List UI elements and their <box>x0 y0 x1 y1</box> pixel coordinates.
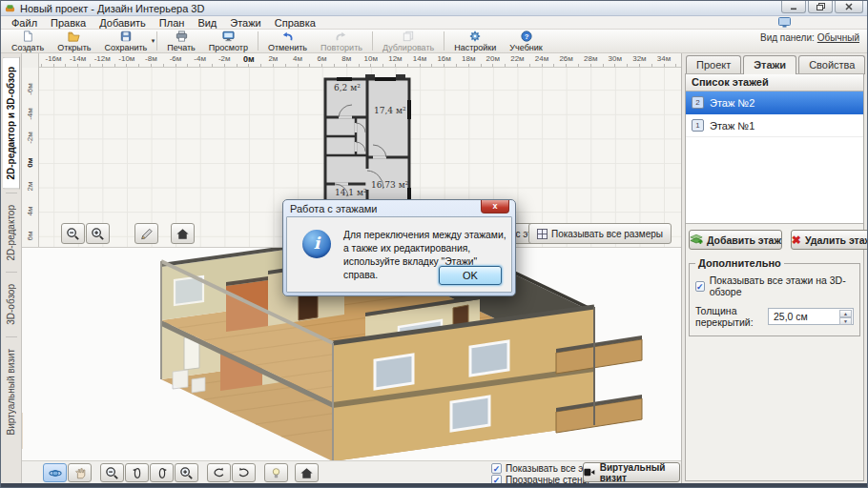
floor-1-icon: 1 <box>692 119 704 132</box>
add-floor-button[interactable]: Добавить этаж <box>689 230 782 250</box>
tilt-right-button[interactable] <box>150 463 174 482</box>
zoom-in-icon <box>179 466 194 480</box>
tab-separator <box>6 272 17 273</box>
restore-icon <box>816 3 825 10</box>
ruler-tick-label: -2м <box>26 131 34 146</box>
ruler-tick-label: -4м <box>194 54 206 63</box>
floor-list-item[interactable]: 1 Этаж №1 <box>686 114 863 137</box>
window-title: Новый проект - Дизайн Интерьера 3D <box>20 3 204 14</box>
virtual-visit-button[interactable]: Виртуальный визит <box>583 462 680 482</box>
save-project-button[interactable]: Сохранить ▾ <box>98 30 155 52</box>
open-project-button[interactable]: Открыть <box>51 30 97 52</box>
rotate-cw-button[interactable] <box>232 463 256 482</box>
room-area-label: 14,1 м² <box>335 188 367 197</box>
ruler-tick-label: -6м <box>170 54 182 63</box>
dialog-titlebar[interactable]: Работа с этажами <box>286 200 512 216</box>
menu-floors[interactable]: Этажи <box>223 17 267 29</box>
svg-text:?: ? <box>524 32 528 41</box>
horizontal-ruler: -16м-14м-12м-10м-8м-6м-4м-2м0м2м4м6м8м10… <box>22 53 681 68</box>
menu-view[interactable]: Вид <box>191 17 223 29</box>
tab-2d-and-3d[interactable]: 2D-редактор и 3D-обзор <box>3 57 20 190</box>
view-panel-value[interactable]: Обычный <box>817 32 859 43</box>
floor-list-item[interactable]: 2 Этаж №2 <box>686 92 863 114</box>
preview-button[interactable]: Просмотр <box>202 30 255 52</box>
2d-home-button[interactable] <box>171 223 195 244</box>
2d-zoom-in-button[interactable] <box>86 223 110 244</box>
tutorial-button[interactable]: ? Учебник <box>503 30 548 52</box>
orbit-rotate-icon <box>48 466 63 480</box>
light-button[interactable] <box>264 463 288 482</box>
ruler-tick-label: 4м <box>293 54 302 63</box>
help-question-icon: ? <box>520 30 533 42</box>
ruler-tick-label: 12м <box>388 54 402 63</box>
zoom-in-icon <box>91 227 105 241</box>
dialog-ok-button[interactable]: OK <box>439 266 502 285</box>
window-bottom-edge <box>1 483 867 487</box>
save-dropdown-caret[interactable]: ▾ <box>152 37 155 45</box>
ruler-tick-label: 2м <box>26 179 34 194</box>
tab-virtual-visit[interactable]: Виртуальный визит <box>3 340 19 444</box>
orbit-button[interactable] <box>43 463 67 482</box>
new-project-button[interactable]: Создать <box>5 30 51 52</box>
ruler-tick-label: -8м <box>145 54 157 63</box>
ruler-tick-label: 22м <box>510 54 524 63</box>
tab-floors[interactable]: Этажи <box>743 55 796 74</box>
menu-file[interactable]: Файл <box>5 17 44 29</box>
view-panel-label: Вид панели: <box>760 32 815 43</box>
rotate-ccw-button[interactable] <box>207 463 231 482</box>
delete-x-icon: ✖ <box>792 235 801 245</box>
3d-toolbar: ✓ Показывать все этажи ✓ Прозрачные стен… <box>22 460 681 483</box>
room-area-label: 6,2 м² <box>334 83 361 92</box>
tab-properties[interactable]: Свойства <box>798 55 865 74</box>
rotate-ccw-icon <box>212 466 226 479</box>
thickness-spinner[interactable]: 25,0 см ▲ ▼ <box>768 308 854 325</box>
undo-arrow-icon <box>280 30 295 42</box>
spin-down-icon[interactable]: ▼ <box>839 317 852 325</box>
restore-button[interactable] <box>808 1 833 13</box>
floors-panel: Список этажей 2 Этаж №2 1 Этаж №1 <box>685 73 864 481</box>
measure-pencil-button[interactable] <box>134 223 158 244</box>
floor-2-icon: 2 <box>692 96 704 109</box>
rotate-cw-icon <box>237 466 251 479</box>
pencil-icon <box>139 227 154 241</box>
ruler-tick-label: 24м <box>535 54 548 63</box>
checkbox-checked-icon[interactable]: ✓ <box>491 463 502 474</box>
floor-list[interactable]: 2 Этаж №2 1 Этаж №1 <box>686 92 863 224</box>
3d-zoom-out-button[interactable] <box>100 463 124 482</box>
info-icon: i <box>302 230 331 258</box>
tab-project[interactable]: Проект <box>686 55 741 74</box>
checkbox-checked-icon[interactable]: ✓ <box>695 281 705 292</box>
3d-zoom-in-button[interactable] <box>175 463 198 482</box>
ruler-tick-label: 6м <box>318 54 327 63</box>
new-document-icon <box>21 30 34 42</box>
menu-plan[interactable]: План <box>153 17 192 29</box>
settings-button[interactable]: Настройки <box>447 30 503 52</box>
show-all-sizes-button[interactable]: Показывать все размеры <box>528 223 672 244</box>
view-panel-selector[interactable]: Вид панели:Обычный <box>760 32 859 43</box>
dimensions-grid-icon <box>537 229 548 239</box>
spin-up-icon[interactable]: ▲ <box>839 310 852 317</box>
close-button[interactable] <box>835 1 863 13</box>
menu-add[interactable]: Добавить <box>93 17 153 29</box>
menu-edit[interactable]: Правка <box>44 17 93 29</box>
fullscreen-monitor-icon[interactable] <box>778 17 791 28</box>
duplicate-button[interactable]: Дублировать <box>376 30 441 52</box>
ruler-tick-label: -2м <box>218 54 231 63</box>
menu-help[interactable]: Справка <box>268 17 322 29</box>
show-all-floors-3d-checkbox[interactable]: ✓ Показывать все этажи на 3D-обзоре <box>695 274 854 297</box>
tab-2d-editor[interactable]: 2D-редактор <box>3 196 19 270</box>
save-floppy-icon <box>119 30 133 42</box>
2d-zoom-out-button[interactable] <box>61 223 85 244</box>
3d-home-button[interactable] <box>295 463 319 482</box>
ruler-tick-label: 32м <box>632 54 646 63</box>
minimize-button[interactable] <box>781 1 806 13</box>
undo-button[interactable]: Отменить <box>261 30 314 52</box>
pan-hand-button[interactable] <box>68 463 92 482</box>
tab-3d-view[interactable]: 3D-обзор <box>3 275 19 334</box>
tilt-left-button[interactable] <box>125 463 149 482</box>
redo-button[interactable]: Повторить <box>314 30 369 52</box>
print-button[interactable]: Печать <box>160 30 201 52</box>
delete-floor-button[interactable]: ✖ Удалить этаж <box>791 230 868 250</box>
gear-icon <box>468 30 482 42</box>
dialog-close-button[interactable]: x <box>481 200 509 214</box>
